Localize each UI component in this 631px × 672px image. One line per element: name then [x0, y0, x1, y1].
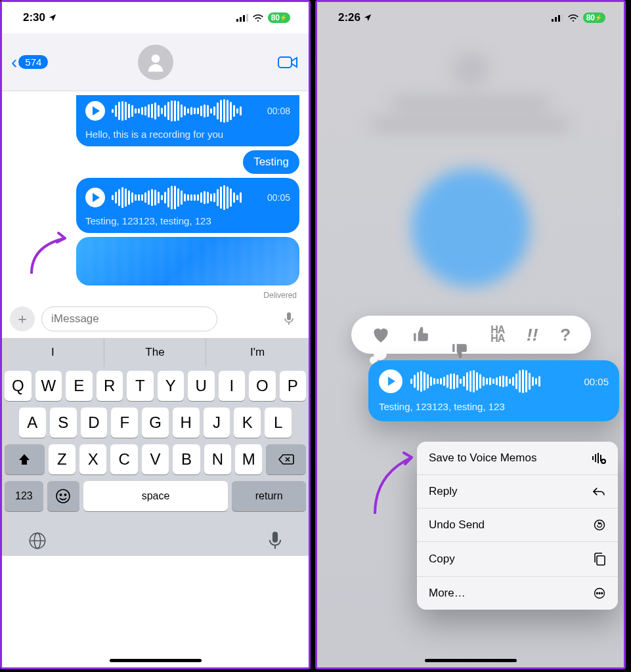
key-h[interactable]: H — [173, 408, 200, 438]
svg-rect-22 — [561, 14, 563, 22]
key-u[interactable]: U — [188, 371, 215, 401]
numbers-key[interactable]: 123 — [5, 481, 43, 511]
key-f[interactable]: F — [111, 408, 138, 438]
play-button[interactable] — [379, 369, 403, 393]
selected-audio-message[interactable]: 00:05 Testing, 123123, testing, 123 — [368, 360, 619, 421]
menu-reply[interactable]: Reply — [417, 475, 618, 509]
key-l[interactable]: L — [265, 408, 292, 438]
menu-save-to-voice-memos[interactable]: Save to Voice Memos — [417, 442, 618, 475]
heart-icon[interactable] — [372, 326, 390, 343]
question-icon[interactable]: ? — [560, 325, 571, 345]
haha-icon[interactable]: HAHA — [490, 326, 504, 343]
keyboard-toolbar — [2, 523, 309, 556]
suggestion[interactable]: I'm — [206, 338, 309, 367]
key-k[interactable]: K — [234, 408, 261, 438]
home-indicator[interactable] — [110, 659, 202, 662]
waveform-icon: /*placeholder*/ — [112, 99, 261, 123]
return-key[interactable]: return — [232, 481, 306, 511]
key-c[interactable]: C — [110, 444, 137, 474]
audio-duration: 00:08 — [267, 106, 290, 116]
keyboard[interactable]: QWERTYUIOP ASDFGHJKL ZXCVBNM 123 space r… — [2, 367, 309, 523]
key-d[interactable]: D — [81, 408, 108, 438]
thumbs-up-icon[interactable] — [412, 326, 429, 343]
svg-point-34 — [596, 593, 598, 594]
location-icon — [363, 13, 372, 22]
svg-rect-2 — [243, 15, 245, 22]
context-menu: Save to Voice Memos Reply Undo Send Copy… — [417, 442, 618, 610]
status-time: 2:30 — [23, 11, 45, 24]
text-message[interactable]: Testing — [243, 150, 299, 174]
key-s[interactable]: S — [50, 408, 77, 438]
audio-duration: 00:05 — [267, 192, 290, 203]
play-button[interactable] — [85, 188, 105, 207]
key-z[interactable]: Z — [49, 444, 76, 474]
svg-rect-21 — [558, 15, 560, 22]
cell-signal-icon — [552, 14, 563, 22]
redacted-message[interactable] — [76, 237, 299, 285]
location-icon — [48, 13, 57, 22]
dictation-icon[interactable] — [284, 312, 294, 326]
nav-header: ‹ 574 — [2, 33, 309, 91]
key-v[interactable]: V — [142, 444, 169, 474]
key-g[interactable]: G — [142, 408, 169, 438]
key-e[interactable]: E — [66, 371, 93, 401]
svg-rect-32 — [597, 556, 605, 565]
key-m[interactable]: M — [235, 444, 262, 474]
key-a[interactable]: A — [19, 408, 46, 438]
message-input[interactable] — [41, 306, 217, 331]
svg-rect-20 — [555, 17, 557, 22]
globe-icon[interactable] — [28, 532, 47, 550]
suggestion[interactable]: The — [104, 338, 207, 367]
key-j[interactable]: J — [204, 408, 230, 438]
home-indicator[interactable] — [425, 659, 517, 662]
svg-point-36 — [601, 593, 603, 594]
svg-rect-6 — [278, 57, 292, 68]
exclaim-icon[interactable]: !! — [527, 325, 538, 345]
play-button[interactable] — [85, 101, 105, 121]
space-key[interactable]: space — [83, 481, 228, 511]
delete-key[interactable] — [266, 444, 306, 474]
key-i[interactable]: I — [219, 371, 246, 401]
svg-point-13 — [65, 494, 66, 495]
message-list[interactable]: /*placeholder*/ 00:08 Hello, this is a r… — [2, 91, 309, 300]
apps-button[interactable]: ＋ — [10, 306, 35, 331]
key-w[interactable]: W — [35, 371, 62, 401]
back-button[interactable]: ‹ 574 — [11, 53, 48, 72]
key-p[interactable]: P — [280, 371, 307, 401]
contact-avatar[interactable] — [138, 45, 173, 80]
svg-point-5 — [151, 54, 160, 62]
audio-message-2[interactable]: 00:05 Testing, 123123, testing, 123 — [76, 178, 299, 233]
audio-transcript: Testing, 123123, testing, 123 — [379, 401, 609, 412]
menu-copy[interactable]: Copy — [417, 542, 618, 577]
shift-key[interactable] — [5, 444, 45, 474]
thumbs-down-icon[interactable] — [451, 326, 468, 343]
unread-badge: 574 — [18, 55, 48, 69]
svg-point-11 — [56, 490, 70, 503]
status-time: 2:26 — [338, 11, 360, 24]
delivered-status: Delivered — [263, 291, 297, 300]
key-r[interactable]: R — [97, 371, 123, 401]
key-n[interactable]: N — [204, 444, 231, 474]
key-q[interactable]: Q — [5, 371, 32, 401]
suggestion[interactable]: I — [2, 338, 104, 367]
key-b[interactable]: B — [173, 444, 200, 474]
menu-undo-send[interactable]: Undo Send — [417, 509, 618, 542]
audio-duration: 00:05 — [584, 376, 609, 387]
key-o[interactable]: O — [249, 371, 276, 401]
svg-point-31 — [595, 520, 605, 530]
facetime-button[interactable] — [277, 54, 299, 70]
key-x[interactable]: X — [79, 444, 106, 474]
svg-rect-17 — [272, 532, 278, 542]
audio-message-1[interactable]: /*placeholder*/ 00:08 Hello, this is a r… — [76, 95, 299, 146]
emoji-key[interactable] — [47, 481, 79, 511]
mic-icon[interactable] — [268, 531, 282, 551]
audio-transcript: Hello, this is a recording for you — [85, 129, 290, 140]
svg-point-23 — [572, 20, 573, 21]
menu-more[interactable]: More… — [417, 577, 618, 610]
quicktype-bar: I The I'm — [2, 338, 309, 367]
key-y[interactable]: Y — [158, 371, 185, 401]
more-icon — [593, 587, 606, 600]
waveform-plus-icon — [592, 452, 606, 464]
svg-rect-26 — [598, 453, 599, 463]
key-t[interactable]: T — [127, 371, 154, 401]
